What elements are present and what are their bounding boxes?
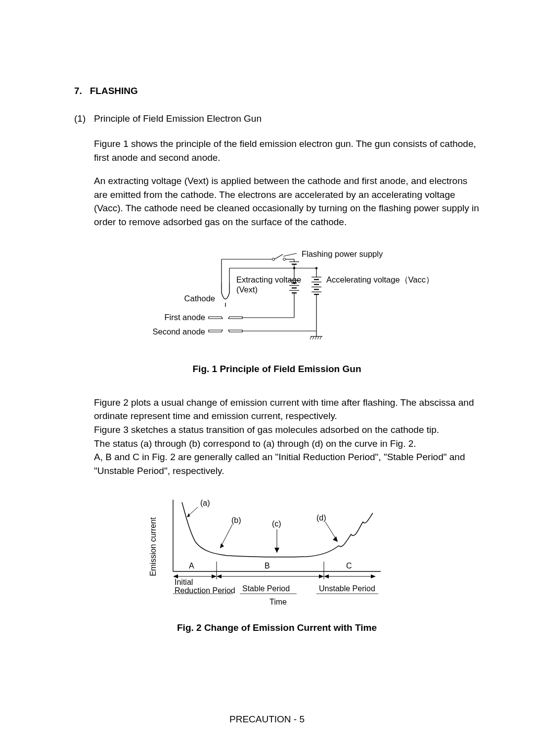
fig2-time: Time <box>269 596 287 608</box>
fig2-marker-d: (d) <box>316 512 326 523</box>
fig2-ylabel: Emission current <box>147 518 159 576</box>
fig1-vext-label: (Vext) <box>236 284 258 296</box>
fig2-region-C: C <box>346 560 352 571</box>
fig1-cathode-label: Cathode <box>184 293 215 305</box>
svg-marker-61 <box>324 574 329 578</box>
fig1-second-anode-label: Second anode <box>153 326 205 338</box>
svg-marker-45 <box>187 513 190 517</box>
subitem-1: (1) Principle of Field Emission Electron… <box>74 112 480 126</box>
svg-point-4 <box>283 258 286 261</box>
para-6: A, B and C in Fig. 2 are generally calle… <box>94 450 480 477</box>
fig1-first-anode-label: First anode <box>164 312 205 324</box>
para-4: Figure 3 sketches a status transition of… <box>94 423 480 437</box>
fig1-caption: Fig. 1 Principle of Field Emission Gun <box>74 362 480 376</box>
fig2-stable: Stable Period <box>242 583 290 594</box>
page-footer: PRECAUTION - 5 <box>0 712 534 726</box>
subitem-1-title: Principle of Field Emission Electron Gun <box>94 112 262 126</box>
svg-marker-62 <box>371 574 376 578</box>
figure-2: Emission current <box>158 487 396 606</box>
svg-line-38 <box>317 336 319 339</box>
section-title: FLASHING <box>90 86 138 96</box>
svg-line-41 <box>283 253 297 256</box>
subitem-1-num: (1) <box>74 112 94 126</box>
section-heading: 7. FLASHING <box>74 84 480 98</box>
fig2-marker-b: (b) <box>231 515 241 526</box>
svg-line-36 <box>312 336 314 339</box>
svg-marker-57 <box>217 574 222 578</box>
fig2-region-A: A <box>189 560 194 571</box>
svg-point-2 <box>272 258 275 261</box>
fig2-caption: Fig. 2 Change of Emission Current with T… <box>74 621 480 635</box>
svg-line-35 <box>310 336 312 339</box>
fig2-marker-c: (c) <box>272 518 281 529</box>
fig2-unstable: Unstable Period <box>319 583 375 594</box>
para-2: An extracting voltage (Vext) is applied … <box>94 174 480 229</box>
figure-1: Flashing power supply Extracting voltage… <box>119 238 435 347</box>
svg-marker-58 <box>319 574 324 578</box>
para-5: The status (a) through (b) correspond to… <box>94 437 480 451</box>
fig2-initial-2: Reduction Period <box>175 585 235 596</box>
svg-marker-51 <box>333 536 338 542</box>
para-1: Figure 1 shows the principle of the fiel… <box>94 137 480 164</box>
svg-line-3 <box>274 254 283 259</box>
svg-marker-54 <box>212 574 217 578</box>
section-num: 7. <box>74 86 82 96</box>
fig2-region-B: B <box>265 560 270 571</box>
svg-marker-49 <box>274 548 279 553</box>
fig1-flashing-label: Flashing power supply <box>302 248 383 260</box>
fig1-accel-label: Accelerating voltage（Vacc） <box>326 274 434 286</box>
svg-line-39 <box>320 336 321 339</box>
para-3: Figure 2 plots a usual change of emissio… <box>94 396 480 423</box>
svg-line-37 <box>315 336 316 339</box>
fig2-marker-a: (a) <box>200 497 210 509</box>
